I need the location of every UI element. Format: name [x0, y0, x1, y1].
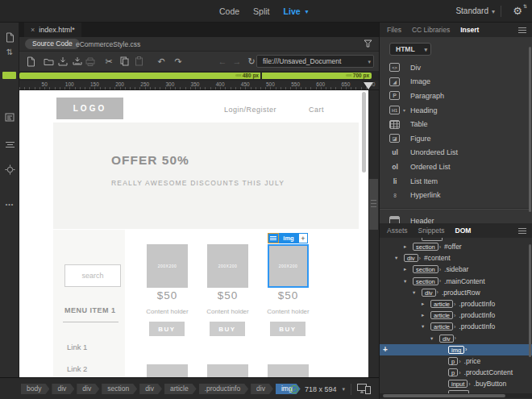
media-query-marker-700[interactable]: ‹‹‹‹‹‹700 px: [324, 73, 369, 79]
dom-row-articleproductInfo[interactable]: ▸article›.productInfo: [380, 298, 532, 310]
dom-row-articleproductInfo[interactable]: ▾article›.productInfo: [380, 321, 532, 332]
media-query-marker-480[interactable]: ‹‹‹‹‹‹480 px: [214, 73, 259, 79]
cart-link[interactable]: Cart: [309, 106, 324, 114]
sidebar-link-2[interactable]: Link 2: [67, 364, 87, 373]
chevron-down-icon[interactable]: ▾: [342, 386, 345, 393]
insert-panel-scrollbar[interactable]: [529, 47, 531, 212]
search-input[interactable]: [64, 264, 121, 287]
insert-item-image[interactable]: Image: [380, 75, 530, 89]
insert-item-figure[interactable]: Figure: [380, 131, 530, 146]
document-tab[interactable]: × index.html*: [24, 23, 81, 37]
hamburger-icon[interactable]: [268, 233, 279, 243]
viewport-size-selector[interactable]: 718 x 594: [305, 385, 337, 393]
viewport-width-marker[interactable]: [364, 82, 373, 89]
expand-icon[interactable]: ▸: [422, 301, 430, 307]
tag-crumb-article[interactable]: article: [164, 384, 197, 394]
collapse-icon[interactable]: ▾: [413, 289, 422, 296]
dom-horizontal-scrollbar[interactable]: [380, 393, 532, 398]
open-folder-icon[interactable]: [42, 55, 55, 68]
product-image-placeholder[interactable]: 200X200: [147, 244, 188, 288]
view-mode-code[interactable]: Code: [219, 6, 239, 16]
chevron-down-icon[interactable]: ▾: [368, 56, 371, 68]
insert-item-ordered-list[interactable]: Ordered List: [380, 160, 530, 174]
expand-icon[interactable]: ▸: [422, 312, 430, 318]
more-dots-icon[interactable]: •••: [0, 202, 19, 207]
url-bar[interactable]: file:///Unsaved_Document ▾: [256, 55, 374, 68]
live-view-canvas[interactable]: LOGO Login/Register Cart OFFER 50% REALL…: [19, 90, 368, 377]
insert-item-div[interactable]: Div: [380, 60, 530, 75]
view-mode-split[interactable]: Split: [253, 6, 269, 16]
buy-button[interactable]: BUY: [210, 322, 245, 336]
dom-row-pproductContent[interactable]: p›.productContent: [380, 367, 532, 378]
tag-crumb-div[interactable]: div: [251, 384, 273, 394]
collapse-icon[interactable]: ▾: [395, 255, 404, 261]
sidebar-link-1[interactable]: Link 1: [67, 343, 87, 351]
swap-arrows-icon[interactable]: ⇅: [0, 48, 19, 56]
save-all-icon[interactable]: [71, 55, 84, 68]
tab-dom[interactable]: DOM: [455, 227, 472, 235]
collapse-icon[interactable]: ▾: [430, 335, 439, 342]
format-lines-icon[interactable]: [0, 140, 19, 148]
chevron-down-icon[interactable]: ▾: [305, 8, 309, 15]
sync-settings-button[interactable]: ⚙⇅: [513, 5, 522, 17]
undo-icon[interactable]: ↶: [155, 55, 168, 68]
stylesheet-file-button[interactable]: eCommerceStyle.css: [76, 40, 140, 48]
tag-crumb-div[interactable]: div: [77, 384, 99, 394]
paste-icon[interactable]: [132, 55, 145, 68]
new-document-icon[interactable]: [24, 55, 37, 68]
panel-menu-icon[interactable]: [518, 27, 526, 33]
print-icon[interactable]: [84, 55, 97, 68]
badge-add-button[interactable]: +: [298, 233, 308, 243]
product-image-placeholder[interactable]: [268, 364, 309, 377]
save-icon[interactable]: [56, 55, 69, 68]
viewport-drag-handle[interactable]: [369, 179, 378, 230]
inspect-target-icon[interactable]: [0, 164, 19, 175]
insert-item-unordered-list[interactable]: Unordered List: [380, 146, 530, 160]
filter-icon[interactable]: [364, 39, 372, 48]
collapse-icon[interactable]: ▾: [404, 278, 413, 285]
tag-crumb-div[interactable]: div: [139, 384, 162, 394]
buy-button[interactable]: BUY: [149, 322, 185, 336]
tab-assets[interactable]: Assets: [387, 227, 408, 235]
product-image-placeholder[interactable]: [147, 364, 188, 377]
panel-menu-icon[interactable]: [518, 228, 526, 234]
insert-item-list-item[interactable]: List Item: [380, 174, 530, 189]
tab-snippets[interactable]: Snippets: [418, 227, 445, 235]
code-view-icon[interactable]: [0, 113, 19, 123]
insert-item-paragraph[interactable]: Paragraph: [380, 89, 530, 103]
tag-crumb-section[interactable]: section: [102, 384, 137, 394]
dom-row-articleproductInfo[interactable]: ▸article›.productInfo: [380, 310, 532, 321]
add-element-icon[interactable]: +: [383, 345, 388, 354]
site-logo[interactable]: LOGO: [56, 98, 123, 119]
dom-row-sectionmainContent[interactable]: ▾section›.mainContent: [380, 276, 532, 287]
dom-row-divcontent[interactable]: ▾div›#content: [380, 252, 532, 264]
redo-icon[interactable]: ↷: [172, 55, 185, 68]
element-display-badge[interactable]: img+: [268, 233, 308, 243]
dom-row-sectionoffer[interactable]: ▸section›#offer: [380, 241, 532, 252]
tag-crumb-div[interactable]: div: [52, 384, 74, 394]
tab-insert[interactable]: Insert: [460, 26, 479, 34]
collapse-icon[interactable]: ▾: [422, 323, 430, 330]
insert-item-heading[interactable]: ▾Heading: [380, 103, 530, 118]
dom-vertical-scrollbar[interactable]: [529, 244, 531, 357]
cut-icon[interactable]: ✂: [102, 55, 115, 68]
product-image-placeholder[interactable]: [207, 364, 248, 377]
dom-row-pprice[interactable]: p›.price: [380, 355, 532, 367]
preview-scrollbar[interactable]: [362, 92, 366, 172]
forward-icon[interactable]: →: [231, 55, 243, 68]
copy-icon[interactable]: [118, 55, 131, 68]
expand-icon[interactable]: ▸: [404, 266, 413, 272]
buy-button[interactable]: BUY: [270, 322, 305, 336]
close-icon[interactable]: ×: [31, 26, 35, 34]
dom-row-div[interactable]: ▾div›: [380, 333, 532, 344]
dom-row-sectionsidebar[interactable]: ▸section›.sidebar: [380, 264, 532, 275]
dom-row-img[interactable]: +img›: [380, 344, 532, 355]
source-code-button[interactable]: Source Code: [25, 39, 80, 49]
back-icon[interactable]: ←: [216, 55, 229, 68]
site-sidebar[interactable]: MENU ITEM 1 Link 1 Link 2: [53, 230, 125, 377]
badge-tag-label[interactable]: img: [279, 233, 298, 243]
product-image-placeholder[interactable]: 200X200: [268, 244, 309, 288]
tab-files[interactable]: Files: [387, 26, 401, 34]
insert-item-table[interactable]: Table: [380, 117, 530, 131]
tag-crumb-body[interactable]: body: [21, 384, 49, 394]
